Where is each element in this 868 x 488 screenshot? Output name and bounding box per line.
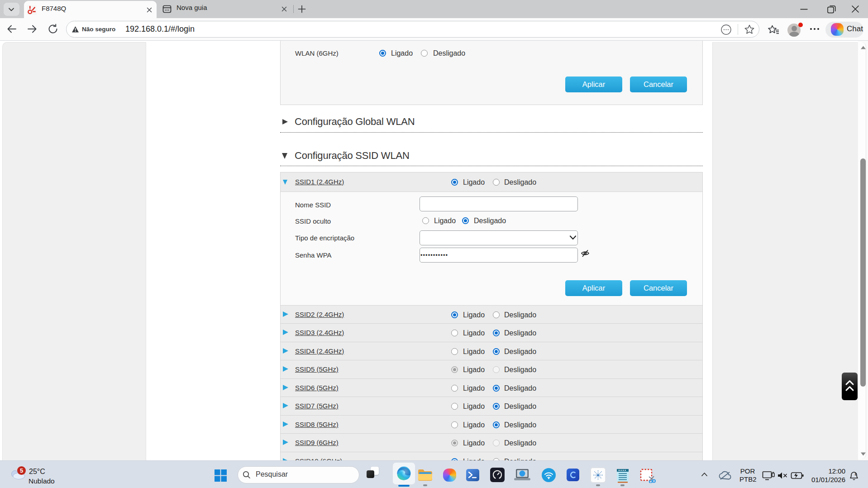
svg-text:z: z <box>855 471 857 476</box>
